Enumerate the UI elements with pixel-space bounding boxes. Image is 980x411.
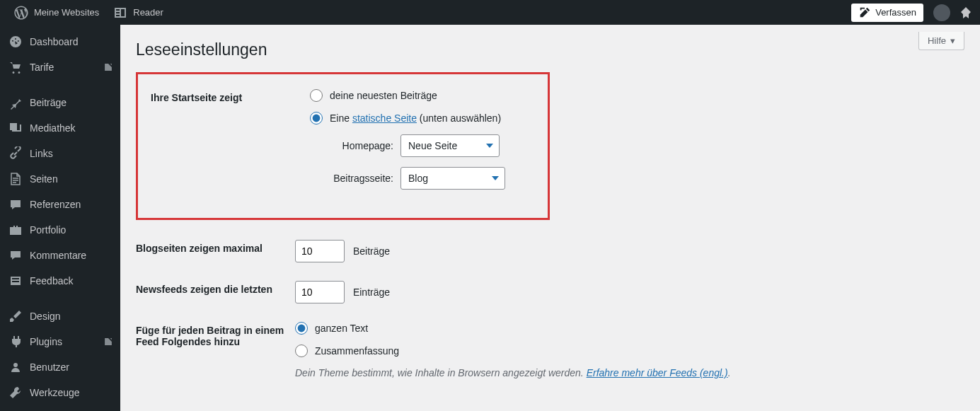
feedmax-input[interactable] [295,281,345,303]
postspage-select[interactable]: Blog [400,167,505,190]
radio-summary[interactable]: Zusammenfassung [295,345,964,357]
help-label: Hilfe [928,35,946,46]
plugin-icon [8,335,23,349]
sidebar-item-label: Tarife [30,62,54,73]
sidebar-item-label: Portfolio [30,224,66,236]
radio-latest-posts-input[interactable] [310,89,323,102]
sidebar-item-werkzeuge[interactable]: Werkzeuge [0,380,120,405]
sidebar-item-label: Dashboard [30,36,79,47]
portfolio-icon [8,223,23,237]
row-label-feedcontent: Füge für jeden Beitrag in einem Feed Fol… [136,318,295,393]
blogmax-suffix: Beiträge [353,245,390,257]
page-title: Leseeinstellungen [136,25,964,72]
feed-desc-pre: Dein Theme bestimmt, wie Inhalte in Brow… [295,367,587,378]
postspage-select-value: Blog [408,173,428,184]
radio-static-post: (unten auswählen) [417,112,501,124]
compose-icon [858,6,871,19]
page-icon [8,172,23,186]
sidebar-item-label: Feedback [30,275,73,286]
sidebar-item-dashboard[interactable]: Dashboard [0,29,120,54]
postspage-select-row: Beitragsseite: Blog [323,167,535,190]
sidebar-item-label: Links [30,148,53,159]
topbar-my-sites[interactable]: Meine Websites [7,0,106,25]
blogmax-input[interactable] [295,240,345,262]
topbar-left: Meine Websites Reader [7,0,171,25]
feedback-icon [8,274,23,288]
reader-icon [113,6,127,20]
notification-icon[interactable] [959,6,973,20]
compose-button[interactable]: Verfassen [851,4,923,22]
compose-label: Verfassen [875,7,916,18]
topbar-right: Verfassen [851,4,973,22]
sidebar-item-plugins[interactable]: Plugins [0,329,120,354]
content-area: Hilfe ▾ Leseeinstellungen Ihre Startseit… [120,25,980,411]
brush-icon [8,309,23,323]
sidebar-item-mediathek[interactable]: Mediathek [0,115,120,141]
external-icon [103,337,113,347]
external-icon [103,62,113,72]
sidebar-item-benutzer[interactable]: Benutzer [0,354,120,380]
homepage-select-value: Neue Seite [408,140,457,151]
sidebar-item-kommentare[interactable]: Kommentare [0,243,120,268]
admin-sidebar: Dashboard Tarife Beiträge Mediathek Link… [0,25,120,411]
tool-icon [8,386,23,400]
sidebar-item-label: Referenzen [30,199,81,210]
sidebar-item-label: Kommentare [30,250,86,261]
user-icon [8,360,23,374]
sidebar-item-beitraege[interactable]: Beiträge [0,90,120,115]
feedmax-suffix: Einträge [353,286,390,298]
radio-fulltext-label: ganzen Text [315,323,368,334]
radio-static-page-input[interactable] [310,112,323,125]
chevron-down-icon: ▾ [950,35,955,46]
sidebar-item-label: Seiten [30,173,58,185]
sidebar-item-design[interactable]: Design [0,303,120,329]
highlight-box: Ihre Startseite zeigt deine neuesten Bei… [136,72,550,220]
radio-static-page[interactable]: Eine statische Seite (unten auswählen) [310,112,535,125]
topbar-reader[interactable]: Reader [106,0,171,25]
sidebar-item-feedback[interactable]: Feedback [0,268,120,294]
link-icon [8,146,23,161]
sidebar-item-label: Mediathek [30,122,76,134]
sidebar-item-label: Werkzeuge [30,387,80,398]
postspage-select-label: Beitragsseite: [323,173,393,184]
quote-icon [8,197,23,212]
topbar-my-sites-label: Meine Websites [34,7,99,18]
comment-icon [8,248,23,262]
row-label-frontpage: Ihre Startseite zeigt [151,85,310,204]
sidebar-item-portfolio[interactable]: Portfolio [0,217,120,243]
radio-fulltext[interactable]: ganzen Text [295,322,964,335]
topbar-reader-label: Reader [133,7,163,18]
avatar[interactable] [933,4,950,21]
sidebar-item-referenzen[interactable]: Referenzen [0,192,120,217]
row-label-feedmax: Newsfeeds zeigen die letzten [136,277,295,318]
static-page-link[interactable]: statische Seite [352,112,417,124]
cart-icon [8,60,23,74]
radio-summary-input[interactable] [295,345,308,357]
radio-static-pre: Eine [330,112,352,124]
radio-latest-posts-label: deine neuesten Beiträge [330,90,437,101]
homepage-select[interactable]: Neue Seite [400,134,500,157]
sidebar-item-label: Benutzer [30,361,69,373]
sidebar-item-label: Design [30,311,61,322]
homepage-select-row: Homepage: Neue Seite [323,134,535,157]
feed-desc-post: . [728,367,731,378]
radio-fulltext-input[interactable] [295,322,308,335]
radio-latest-posts[interactable]: deine neuesten Beiträge [310,89,535,102]
sidebar-item-seiten[interactable]: Seiten [0,166,120,192]
homepage-select-label: Homepage: [323,140,393,151]
feed-description: Dein Theme bestimmt, wie Inhalte in Brow… [295,367,964,378]
help-tab[interactable]: Hilfe ▾ [918,32,964,50]
admin-topbar: Meine Websites Reader Verfassen [0,0,980,25]
sidebar-item-label: Plugins [30,336,62,347]
dashboard-icon [8,35,23,49]
media-icon [8,121,23,135]
row-label-blogmax: Blogseiten zeigen maximal [136,236,295,277]
sidebar-item-tarife[interactable]: Tarife [0,54,120,80]
pin-icon [8,95,23,110]
wordpress-icon [14,6,28,20]
sidebar-item-links[interactable]: Links [0,141,120,166]
radio-summary-label: Zusammenfassung [315,345,399,357]
feed-learn-more-link[interactable]: Erfahre mehr über Feeds (engl.) [587,367,728,378]
sidebar-item-label: Beiträge [30,97,67,108]
